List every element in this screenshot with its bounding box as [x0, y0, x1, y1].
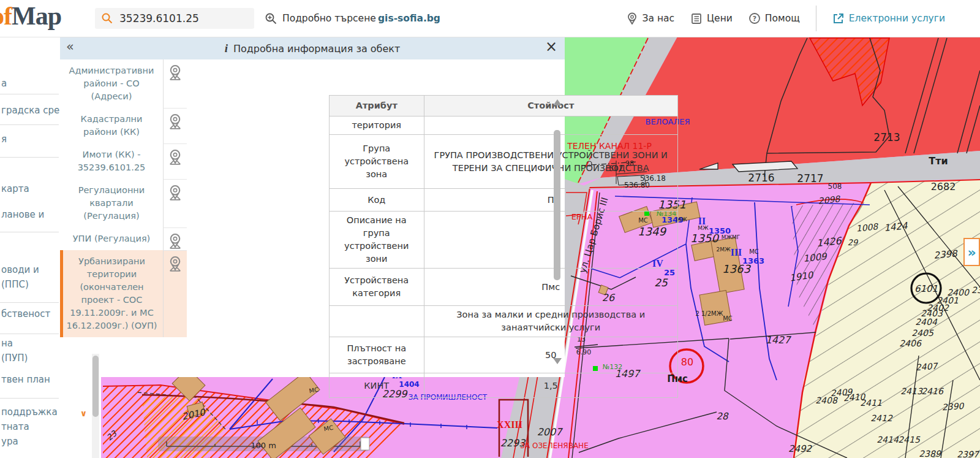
attribute-table-area: АтрибутСтойносттериторияГрупа устройстве…	[187, 59, 565, 377]
value-cell	[424, 116, 678, 134]
layer-pin-icon	[166, 113, 184, 131]
map-label: 2717	[797, 172, 823, 185]
layer-pin-icon	[166, 185, 184, 202]
map-label: 28	[716, 411, 729, 422]
layer-pin-icon	[166, 149, 184, 166]
layer-item-1[interactable]: Административни райони - СО (Адреси)	[60, 59, 187, 108]
attribute-cell: КИНТ	[330, 373, 424, 398]
map-label: 2389	[919, 449, 941, 458]
map-label: 2 1/2МЖ	[695, 310, 723, 317]
attribute-cell: територия	[330, 116, 424, 134]
nav-item-3[interactable]: ?Помощ	[748, 12, 800, 25]
map-label: 2415	[898, 435, 921, 445]
table-row: КИНТ1,5	[330, 373, 677, 398]
map-label: 2416	[921, 386, 944, 396]
sidebar-divider	[0, 302, 59, 303]
scroll-up-arrow[interactable]	[553, 99, 562, 105]
value-cell: Пмс	[424, 269, 678, 305]
layer-pin-icon	[166, 64, 184, 82]
map-label: 2413	[900, 386, 923, 396]
layer-item-4[interactable]: Регулационни квартали (Регулация)	[60, 179, 187, 227]
scroll-down-arrow[interactable]	[553, 358, 562, 364]
map-label: МС	[723, 315, 733, 322]
layer-item-2[interactable]: Кадастрални райони (КК)	[60, 108, 187, 143]
svg-text:?: ?	[753, 15, 756, 23]
table-row: Зона за малки и средни производства и за…	[330, 306, 677, 337]
map-label: 2412	[870, 413, 893, 423]
top-header: ofMap Подробно търсене gis-sofia.bg Елек…	[0, 0, 980, 37]
table-row: Устройствена категорияПмс	[330, 269, 677, 306]
attribute-table: АтрибутСтойносттериторияГрупа устройстве…	[329, 95, 678, 398]
e-services-link[interactable]: Електронни услуги	[832, 12, 945, 25]
layer-item-3[interactable]: Имоти (КК) - 35239.6101.25	[60, 143, 187, 179]
table-header-row: АтрибутСтойност	[330, 96, 677, 116]
value-cell: П	[424, 189, 678, 211]
map-label: 1427	[766, 334, 792, 346]
chevron-down-icon: ∨	[80, 406, 87, 421]
map-label: МС	[749, 248, 759, 255]
info-icon: i	[225, 42, 228, 55]
map-label: 29	[848, 238, 859, 247]
app-logo[interactable]: ofMap	[0, 1, 61, 31]
map-label: 2406	[899, 338, 922, 348]
attribute-cell: Плътност на застрояване	[330, 337, 424, 373]
map-label: 100 m	[251, 441, 276, 450]
sidebar-divider	[0, 94, 59, 94]
map-label: 2007	[537, 426, 564, 438]
table-row: КодП	[330, 189, 677, 212]
map-label: 2407	[915, 361, 939, 373]
map-label: 2414	[876, 435, 899, 445]
site-link[interactable]: gis-sofia.bg	[378, 0, 440, 37]
map-label: 1363	[722, 262, 751, 275]
sidebar-divider	[0, 157, 59, 158]
nav-separator	[816, 6, 816, 31]
panel-title: iПодробна информация за обект	[60, 42, 565, 55]
map-label: 2398	[933, 248, 959, 261]
table-scrollbar-thumb[interactable]	[554, 130, 560, 280]
map-label: 2390	[941, 401, 965, 413]
map-label: 2408	[815, 395, 838, 405]
layer-list: Административни райони - СО (Адреси)Када…	[60, 59, 187, 343]
layer-item-5[interactable]: УПИ (Регулация)	[60, 227, 187, 250]
detailed-search-button[interactable]: Подробно търсене	[265, 0, 376, 37]
attribute-cell: Описание на група устройствени зони	[330, 212, 424, 268]
search-box[interactable]	[95, 8, 254, 29]
map-label: III	[731, 247, 742, 258]
map-label: 2716	[748, 172, 774, 184]
external-link-icon	[832, 12, 845, 25]
map-label: МЖ	[698, 225, 709, 231]
map-label: 2492	[788, 443, 813, 454]
question-icon: ?	[748, 12, 761, 25]
map-label: 2682	[931, 181, 956, 193]
table-row: територия	[330, 116, 677, 135]
sidebar-divider	[0, 232, 59, 232]
table-scrollbar[interactable]	[553, 75, 561, 369]
nav-item-2[interactable]: Цени	[690, 12, 733, 25]
value-cell	[424, 212, 678, 268]
map-label: 6101	[914, 283, 938, 294]
table-header-cell: Стойност	[424, 96, 678, 116]
table-row: Плътност на застрояване50	[330, 337, 677, 373]
sidebar-item-10[interactable]: поддръжка тната ура∨	[1, 405, 91, 449]
value-cell: 50	[424, 337, 678, 373]
layer-pin-icon	[166, 256, 184, 273]
search-input[interactable]	[118, 12, 243, 25]
map-label: 23	[971, 285, 980, 295]
attribute-cell: Група устройствена зона	[330, 135, 424, 188]
map-label: ЗА ОЗЕЛЕНЯВАНЕ	[520, 441, 588, 450]
layer-item-6[interactable]: Урбанизирани територии (окончателен прое…	[60, 250, 187, 337]
sidebar-divider	[0, 124, 59, 125]
nav-item-1[interactable]: За нас	[626, 12, 675, 25]
map-label: 2411	[860, 398, 882, 408]
sidebar-divider	[0, 334, 59, 334]
attribute-cell: Устройствена категория	[330, 269, 424, 305]
map-label: 80	[681, 356, 693, 368]
map-label: 1350	[690, 232, 719, 245]
expand-panel-button[interactable]: »	[963, 238, 980, 266]
header-nav: Електронни услуги За насЦени?Помощ	[626, 0, 945, 37]
search-icon	[101, 12, 113, 25]
close-panel-button[interactable]: ×	[545, 38, 557, 55]
value-cell: 1,5	[424, 373, 678, 398]
attribute-cell	[330, 306, 424, 337]
map-label: Тти	[929, 155, 948, 167]
